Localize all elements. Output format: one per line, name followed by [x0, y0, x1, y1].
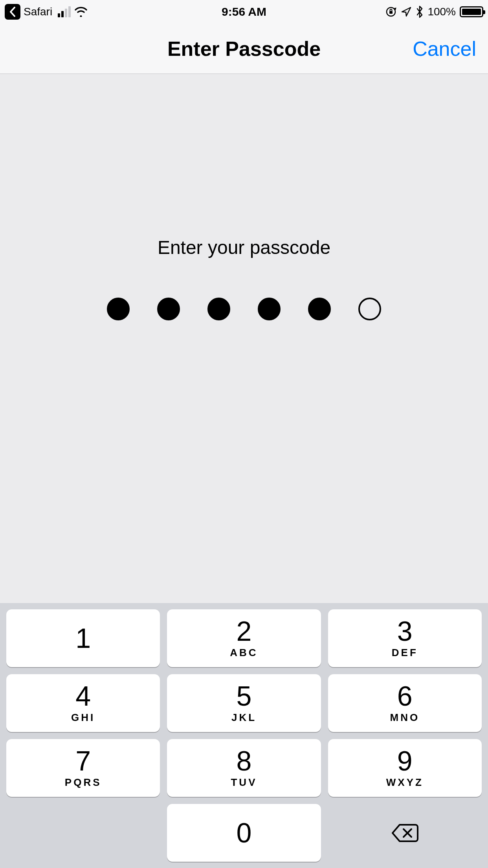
- back-app-label[interactable]: Safari: [24, 6, 52, 18]
- passcode-content: Enter your passcode: [0, 15, 488, 542]
- page-title: Enter Passcode: [167, 37, 321, 61]
- passcode-dot: [207, 298, 230, 320]
- battery-icon: [460, 6, 483, 17]
- passcode-dot: [107, 298, 130, 320]
- passcode-dot: [157, 298, 180, 320]
- key-letters: TUV: [231, 776, 257, 789]
- key-digit: 8: [237, 747, 252, 775]
- keypad-spacer: [6, 804, 160, 862]
- key-digit: 9: [397, 747, 413, 775]
- keypad-key-7[interactable]: 7PQRS: [6, 739, 160, 797]
- numeric-keypad: 12ABC3DEF4GHI5JKL6MNO7PQRS8TUV9WXYZ0: [0, 603, 488, 868]
- keypad-key-8[interactable]: 8TUV: [167, 739, 321, 797]
- key-digit: 1: [75, 625, 91, 652]
- key-letters: GHI: [71, 712, 95, 724]
- passcode-dot: [308, 298, 331, 320]
- keypad-key-4[interactable]: 4GHI: [6, 674, 160, 732]
- key-digit: 4: [75, 682, 91, 710]
- wifi-icon: [74, 7, 88, 17]
- bluetooth-icon: [416, 6, 424, 18]
- key-digit: 0: [237, 819, 252, 847]
- status-left: Safari: [5, 4, 88, 20]
- keypad-key-2[interactable]: 2ABC: [167, 609, 321, 667]
- key-digit: 5: [237, 682, 252, 710]
- backspace-icon: [391, 823, 418, 843]
- nav-bar: Enter Passcode Cancel: [0, 24, 488, 74]
- key-letters: WXYZ: [386, 776, 424, 789]
- key-digit: 6: [397, 682, 413, 710]
- key-letters: PQRS: [65, 776, 102, 789]
- status-time: 9:56 AM: [222, 5, 266, 18]
- cancel-button[interactable]: Cancel: [413, 37, 476, 61]
- keypad-key-3[interactable]: 3DEF: [328, 609, 482, 667]
- key-letters: JKL: [231, 712, 257, 724]
- battery-percent: 100%: [427, 6, 456, 18]
- chevron-left-icon: [9, 7, 16, 17]
- keypad-key-1[interactable]: 1: [6, 609, 160, 667]
- keypad-key-6[interactable]: 6MNO: [328, 674, 482, 732]
- backspace-button[interactable]: [328, 804, 482, 862]
- keypad-key-0[interactable]: 0: [167, 804, 321, 862]
- svg-rect-1: [389, 11, 393, 14]
- passcode-prompt: Enter your passcode: [158, 237, 330, 258]
- key-letters: DEF: [392, 647, 418, 659]
- back-to-app-button[interactable]: [5, 4, 20, 20]
- keypad-key-5[interactable]: 5JKL: [167, 674, 321, 732]
- passcode-dot: [358, 298, 381, 320]
- key-letters: MNO: [390, 712, 420, 724]
- keypad-key-9[interactable]: 9WXYZ: [328, 739, 482, 797]
- passcode-dot: [258, 298, 281, 320]
- key-digit: 3: [397, 618, 413, 645]
- location-icon: [401, 6, 412, 17]
- status-right: 100%: [385, 6, 483, 18]
- key-letters: ABC: [230, 647, 258, 659]
- key-digit: 2: [237, 618, 252, 645]
- rotation-lock-icon: [385, 6, 397, 18]
- key-digit: 7: [75, 747, 91, 775]
- cellular-signal-icon: [58, 6, 71, 17]
- passcode-dots: [107, 298, 381, 320]
